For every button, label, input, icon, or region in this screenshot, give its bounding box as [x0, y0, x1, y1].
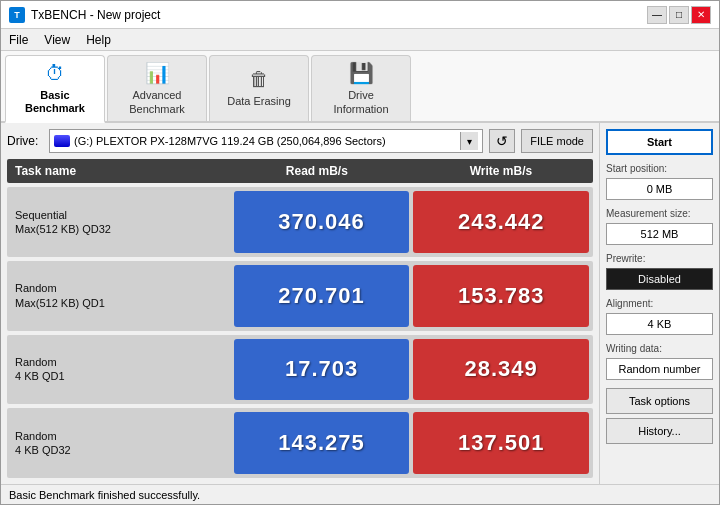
menu-file[interactable]: File — [5, 32, 32, 48]
header-task: Task name — [7, 159, 225, 183]
table-row: RandomMax(512 KB) QD1 270.701 153.783 — [7, 261, 593, 331]
task-name-1: RandomMax(512 KB) QD1 — [7, 277, 234, 314]
task-name-0: SequentialMax(512 KB) QD32 — [7, 204, 234, 241]
tab-basic-benchmark[interactable]: ⏱ BasicBenchmark — [5, 55, 105, 123]
tab-drive-information[interactable]: 💾 DriveInformation — [311, 55, 411, 121]
start-position-value: 0 MB — [606, 178, 713, 200]
tab-advanced-label: AdvancedBenchmark — [129, 89, 185, 115]
menu-view[interactable]: View — [40, 32, 74, 48]
tab-data-erasing[interactable]: 🗑 Data Erasing — [209, 55, 309, 121]
advanced-benchmark-icon: 📊 — [145, 61, 170, 85]
status-text: Basic Benchmark finished successfully. — [9, 489, 200, 501]
tab-erasing-label: Data Erasing — [227, 95, 291, 108]
data-erasing-icon: 🗑 — [249, 68, 269, 91]
read-speed-3: 143.275 — [278, 430, 365, 456]
alignment-label: Alignment: — [606, 298, 713, 309]
tab-basic-label: BasicBenchmark — [25, 89, 85, 115]
application-window: T TxBENCH - New project — □ ✕ File View … — [0, 0, 720, 505]
benchmark-table: Task name Read mB/s Write mB/s Sequentia… — [7, 159, 593, 478]
measurement-size-label: Measurement size: — [606, 208, 713, 219]
read-value-1: 270.701 — [234, 265, 410, 327]
status-bar: Basic Benchmark finished successfully. — [1, 484, 719, 504]
read-value-3: 143.275 — [234, 412, 410, 474]
basic-benchmark-icon: ⏱ — [45, 62, 65, 85]
write-value-3: 137.501 — [413, 412, 589, 474]
tab-drive-label: DriveInformation — [333, 89, 388, 115]
drive-select-inner: (G:) PLEXTOR PX-128M7VG 119.24 GB (250,0… — [54, 135, 460, 147]
drive-label: Drive: — [7, 134, 43, 148]
history-button[interactable]: History... — [606, 418, 713, 444]
write-speed-0: 243.442 — [458, 209, 545, 235]
task-options-button[interactable]: Task options — [606, 388, 713, 414]
title-bar: T TxBENCH - New project — □ ✕ — [1, 1, 719, 29]
header-write: Write mB/s — [409, 159, 593, 183]
write-value-1: 153.783 — [413, 265, 589, 327]
title-bar-left: T TxBENCH - New project — [9, 7, 160, 23]
prewrite-label: Prewrite: — [606, 253, 713, 264]
read-speed-2: 17.703 — [285, 356, 358, 382]
main-content: Drive: (G:) PLEXTOR PX-128M7VG 119.24 GB… — [1, 123, 719, 484]
window-title: TxBENCH - New project — [31, 8, 160, 22]
close-button[interactable]: ✕ — [691, 6, 711, 24]
writing-data-value: Random number — [606, 358, 713, 380]
read-speed-0: 370.046 — [278, 209, 365, 235]
menu-bar: File View Help — [1, 29, 719, 51]
table-header: Task name Read mB/s Write mB/s — [7, 159, 593, 183]
write-speed-3: 137.501 — [458, 430, 545, 456]
start-button[interactable]: Start — [606, 129, 713, 155]
write-speed-2: 28.349 — [465, 356, 538, 382]
file-mode-button[interactable]: FILE mode — [521, 129, 593, 153]
menu-help[interactable]: Help — [82, 32, 115, 48]
writing-data-label: Writing data: — [606, 343, 713, 354]
task-name-2: Random4 KB QD1 — [7, 351, 234, 388]
right-panel: Start Start position: 0 MB Measurement s… — [599, 123, 719, 484]
start-position-label: Start position: — [606, 163, 713, 174]
prewrite-value: Disabled — [606, 268, 713, 290]
alignment-value: 4 KB — [606, 313, 713, 335]
drive-information-icon: 💾 — [349, 61, 374, 85]
table-row: SequentialMax(512 KB) QD32 370.046 243.4… — [7, 187, 593, 257]
drive-select-box[interactable]: (G:) PLEXTOR PX-128M7VG 119.24 GB (250,0… — [49, 129, 483, 153]
write-value-2: 28.349 — [413, 339, 589, 401]
table-row: Random4 KB QD1 17.703 28.349 — [7, 335, 593, 405]
window-controls: — □ ✕ — [647, 6, 711, 24]
drive-bar: Drive: (G:) PLEXTOR PX-128M7VG 119.24 GB… — [7, 129, 593, 153]
drive-icon — [54, 135, 70, 147]
task-name-3: Random4 KB QD32 — [7, 425, 234, 462]
app-icon: T — [9, 7, 25, 23]
write-value-0: 243.442 — [413, 191, 589, 253]
maximize-button[interactable]: □ — [669, 6, 689, 24]
tab-advanced-benchmark[interactable]: 📊 AdvancedBenchmark — [107, 55, 207, 121]
read-value-2: 17.703 — [234, 339, 410, 401]
drive-dropdown-arrow-icon[interactable]: ▾ — [460, 132, 478, 150]
table-row: Random4 KB QD32 143.275 137.501 — [7, 408, 593, 478]
header-read: Read mB/s — [225, 159, 409, 183]
left-panel: Drive: (G:) PLEXTOR PX-128M7VG 119.24 GB… — [1, 123, 599, 484]
refresh-button[interactable]: ↺ — [489, 129, 515, 153]
read-value-0: 370.046 — [234, 191, 410, 253]
measurement-size-value: 512 MB — [606, 223, 713, 245]
minimize-button[interactable]: — — [647, 6, 667, 24]
write-speed-1: 153.783 — [458, 283, 545, 309]
toolbar: ⏱ BasicBenchmark 📊 AdvancedBenchmark 🗑 D… — [1, 51, 719, 123]
read-speed-1: 270.701 — [278, 283, 365, 309]
drive-value: (G:) PLEXTOR PX-128M7VG 119.24 GB (250,0… — [74, 135, 386, 147]
